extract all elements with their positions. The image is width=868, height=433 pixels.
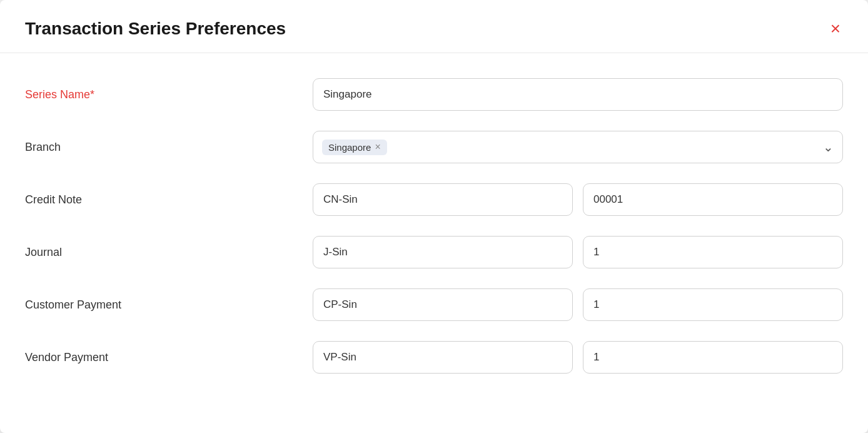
- branch-controls: Singapore × ⌄: [313, 131, 843, 163]
- journal-number-input[interactable]: [583, 236, 843, 268]
- vendor-payment-prefix-input[interactable]: [313, 341, 573, 374]
- journal-label: Journal: [25, 246, 313, 259]
- customer-payment-prefix-input[interactable]: [313, 288, 573, 321]
- transaction-series-preferences-dialog: Transaction Series Preferences × Series …: [0, 0, 868, 433]
- branch-selected-tags: Singapore ×: [322, 140, 387, 155]
- close-icon: ×: [830, 20, 840, 38]
- branch-tag-label: Singapore: [328, 142, 371, 153]
- series-name-input[interactable]: [313, 78, 843, 111]
- series-name-row: Series Name*: [25, 78, 843, 111]
- credit-note-label: Credit Note: [25, 193, 313, 206]
- branch-row: Branch Singapore × ⌄: [25, 131, 843, 163]
- customer-payment-controls: [313, 288, 843, 321]
- vendor-payment-controls: [313, 341, 843, 374]
- vendor-payment-label: Vendor Payment: [25, 351, 313, 364]
- vendor-payment-row: Vendor Payment: [25, 341, 843, 374]
- credit-note-number-input[interactable]: [583, 183, 843, 216]
- journal-prefix-input[interactable]: [313, 236, 573, 268]
- credit-note-prefix-input[interactable]: [313, 183, 573, 216]
- branch-tag: Singapore ×: [322, 140, 387, 155]
- customer-payment-label: Customer Payment: [25, 298, 313, 312]
- journal-controls: [313, 236, 843, 268]
- credit-note-controls: [313, 183, 843, 216]
- close-button[interactable]: ×: [828, 18, 843, 40]
- branch-tag-remove-icon[interactable]: ×: [375, 142, 380, 152]
- series-name-controls: [313, 78, 843, 111]
- dialog-header: Transaction Series Preferences ×: [0, 0, 868, 53]
- branch-select[interactable]: Singapore × ⌄: [313, 131, 843, 163]
- journal-row: Journal: [25, 236, 843, 268]
- credit-note-row: Credit Note: [25, 183, 843, 216]
- branch-label: Branch: [25, 141, 313, 154]
- series-name-label: Series Name*: [25, 88, 313, 101]
- vendor-payment-number-input[interactable]: [583, 341, 843, 374]
- dialog-title: Transaction Series Preferences: [25, 19, 286, 39]
- customer-payment-row: Customer Payment: [25, 288, 843, 321]
- customer-payment-number-input[interactable]: [583, 288, 843, 321]
- dialog-body: Series Name* Branch Singapore × ⌄: [0, 53, 868, 419]
- chevron-down-icon: ⌄: [823, 140, 834, 155]
